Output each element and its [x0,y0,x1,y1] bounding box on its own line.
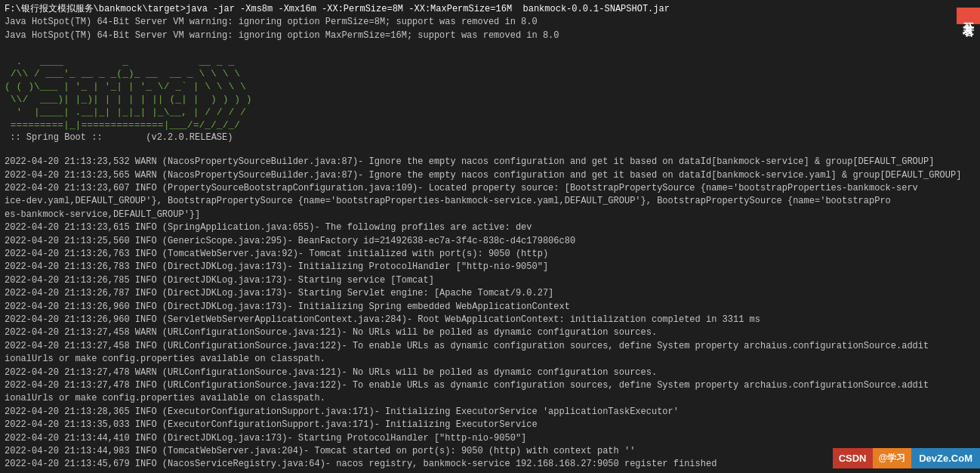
log-line-11: 2022-04-20 21:13:26,960 INFO (ServletWeb… [5,314,975,326]
log-line-3c: es-bankmock-service,DEFAULT_GROUP'}] [5,209,975,221]
log-line-10: 2022-04-20 21:13:26,960 INFO (DirectJDKL… [5,301,975,314]
log-line-4: 2022-04-20 21:13:23,615 INFO (SpringAppl… [5,221,975,234]
log-line-7: 2022-04-20 21:13:26,783 INFO (DirectJDKL… [5,261,975,274]
log-line-19: 2022-04-20 21:13:44,983 INFO (TomcatWebS… [5,445,975,458]
log-line-1: 2022-04-20 21:13:23,532 WARN (NacosPrope… [5,156,975,168]
log-line-8: 2022-04-20 21:13:26,785 INFO (DirectJDKL… [5,274,975,287]
log-warn-maxpermsize: Java HotSpot(TM) 64-Bit Server VM warnin… [5,29,975,42]
csdn-badge: CSDN [833,448,873,468]
spring-version: :: Spring Boot :: (v2.2.0.RELEASE) [5,132,975,143]
log-line-12: 2022-04-20 21:13:27,458 WARN (URLConfigu… [5,326,975,339]
log-line-20: 2022-04-20 21:13:45,679 INFO (NacosServi… [5,458,975,471]
terminal-window: F:\银行报文模拟服务\bankmock\target>java -jar -X… [0,0,980,473]
log-line-13: 2022-04-20 21:13:27,458 INFO (URLConfigu… [5,340,975,353]
log-line-14: 2022-04-20 21:13:27,478 WARN (URLConfigu… [5,366,975,379]
cmd-line: F:\银行报文模拟服务\bankmock\target>java -jar -X… [5,3,975,16]
log-line-15: 2022-04-20 21:13:27,478 INFO (URLConfigu… [5,379,975,392]
log-line-3b: ice-dev.yaml,DEFAULT_GROUP'}, BootstrapP… [5,195,975,208]
spring-logo: . ____ _ __ _ _ /\\ / ___'_ __ _ _(_)_ _… [5,56,975,132]
log-line-5: 2022-04-20 21:13:25,560 INFO (GenericSco… [5,235,975,248]
log-line-17: 2022-04-20 21:13:35,033 INFO (ExecutorCo… [5,419,975,431]
log-warn-permsize: Java HotSpot(TM) 64-Bit Server VM warnin… [5,16,975,29]
log-line-16: 2022-04-20 21:13:28,365 INFO (ExecutorCo… [5,406,975,419]
blank-line-1 [5,42,975,55]
watermark-container: CSDN @学习 DevZe.CoM [833,448,980,468]
log-line-3: 2022-04-20 21:13:23,607 INFO (PropertySo… [5,182,975,195]
log-line-18: 2022-04-20 21:13:44,410 INFO (DirectJDKL… [5,432,975,445]
xuexi-badge: @学习 [873,448,912,468]
devze-badge: DevZe.CoM [911,448,980,468]
blank-line-2 [5,143,975,156]
log-line-9: 2022-04-20 21:13:26,787 INFO (DirectJDKL… [5,287,975,300]
log-line-13b: ionalUrls or make config.properties avai… [5,353,975,366]
log-line-6: 2022-04-20 21:13:26,763 INFO (TomcatWebS… [5,248,975,261]
log-line-15b: ionalUrls or make config.properties avai… [5,392,975,405]
log-line-2: 2022-04-20 21:13:23,565 WARN (NacosPrope… [5,169,975,182]
kaifazhe-badge: 开发者 [957,8,980,24]
